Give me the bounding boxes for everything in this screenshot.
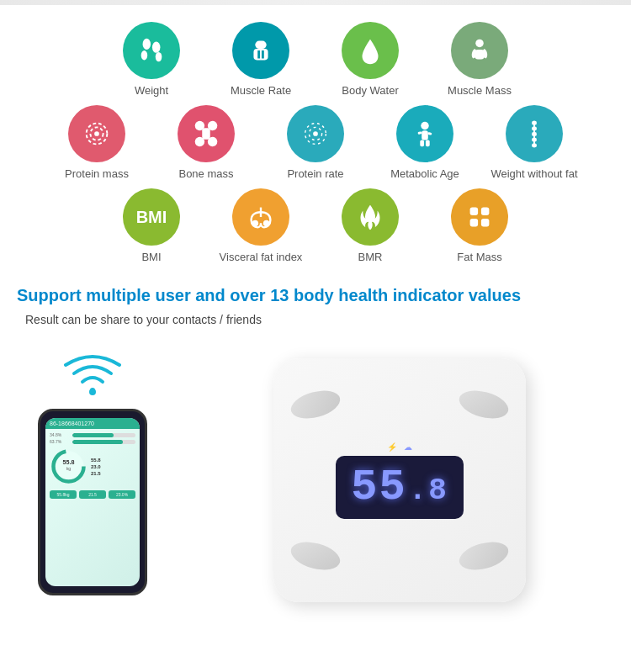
- protein-mass-icon: [81, 118, 113, 150]
- svg-text:55.8: 55.8: [63, 458, 75, 466]
- svg-point-20: [313, 131, 318, 136]
- bmr-icon-circle: [342, 188, 399, 246]
- bar-label-1: 34.8%: [50, 432, 71, 437]
- bone-mass-label: Bone mass: [178, 167, 233, 180]
- scale-foot-tr: [456, 386, 512, 424]
- svg-point-39: [89, 389, 96, 395]
- icon-row-2: Protein mass Bone mass: [17, 105, 614, 180]
- bar-row-2: 63.7%: [50, 439, 135, 444]
- svg-point-21: [421, 122, 429, 130]
- svg-rect-36: [481, 208, 490, 216]
- stat-val-2: 23.0: [91, 464, 101, 469]
- svg-point-34: [263, 220, 270, 227]
- phone-stat-1: 55.8: [91, 458, 101, 463]
- scale-decimal: .8: [409, 474, 448, 508]
- footprints-icon: [135, 34, 167, 66]
- phone-mockup: 86-18668401270 34.8% 63.7%: [38, 409, 147, 595]
- bmr-label: BMR: [358, 251, 383, 263]
- svg-rect-9: [475, 50, 484, 59]
- metabolic-age-icon-circle: [396, 105, 453, 162]
- fat-mass-label: Fat Mass: [457, 251, 501, 263]
- scale-body: ⚡ ☁ 55 .8: [273, 358, 526, 602]
- phone-number: 86-18668401270: [50, 421, 94, 426]
- water-drop-icon: [354, 34, 386, 66]
- phone-tab-2: 21.5: [79, 490, 106, 499]
- icon-item-body-water: Body Water: [320, 22, 421, 97]
- weight-without-fat-label: Weight without fat: [490, 167, 577, 180]
- svg-rect-35: [470, 208, 479, 216]
- icon-item-metabolic-age: Metabolic Age: [374, 105, 475, 180]
- arm-flex-icon: [464, 34, 496, 66]
- scale-foot-br: [456, 537, 512, 575]
- phone-tab-3: 23.0%: [109, 490, 135, 499]
- support-subtitle: Result can be share to your contacts / f…: [25, 313, 614, 326]
- svg-point-8: [475, 40, 484, 48]
- feature-icons-section: Weight Muscle Rate Body Water: [0, 5, 631, 263]
- phone-section: 86-18668401270 34.8% 63.7%: [8, 341, 177, 595]
- svg-point-1: [152, 42, 161, 53]
- bottom-section: 86-18668401270 34.8% 63.7%: [0, 333, 631, 611]
- spine-icon: [518, 118, 550, 150]
- bar-track-1: [72, 433, 135, 437]
- icon-item-weight-without-fat: Weight without fat: [484, 105, 585, 180]
- svg-rect-17: [202, 128, 210, 139]
- muscle-rate-label: Muscle Rate: [231, 84, 291, 97]
- person-stand-icon: [409, 118, 441, 150]
- svg-rect-24: [426, 140, 430, 147]
- phone-tab-1: 55.8kg: [50, 490, 77, 499]
- svg-rect-4: [255, 41, 266, 50]
- svg-rect-25: [417, 131, 422, 135]
- bone-mass-icon-circle: [178, 105, 235, 162]
- bar-fill-2: [72, 440, 123, 444]
- icon-item-bmr: BMR: [320, 188, 421, 263]
- protein-rate-icon: [300, 118, 331, 150]
- svg-rect-23: [420, 140, 424, 147]
- bone-icon: [190, 118, 222, 150]
- muscle-mass-icon-circle: [451, 22, 508, 79]
- phone-stat-3: 21.5: [91, 471, 101, 476]
- visceral-fat-label: Visceral fat index: [220, 251, 303, 263]
- svg-point-3: [156, 52, 162, 61]
- bmi-icon-circle: BMI: [123, 188, 180, 246]
- svg-rect-22: [422, 130, 428, 140]
- svg-rect-7: [262, 50, 264, 59]
- weight-without-fat-icon-circle: [506, 105, 563, 162]
- protein-rate-label: Protein rate: [287, 167, 343, 180]
- svg-rect-32: [533, 121, 535, 147]
- fat-mass-icon-circle: [451, 188, 508, 246]
- svg-point-12: [94, 131, 99, 136]
- bar-label-2: 63.7%: [50, 439, 71, 444]
- scale-status-icons: ⚡ ☁: [387, 442, 412, 452]
- body-water-label: Body Water: [342, 84, 398, 97]
- phone-donut-chart: 55.8 kg: [50, 447, 87, 485]
- support-section: Support multiple user and over 13 body h…: [0, 272, 631, 333]
- phone-body: 34.8% 63.7%: [50, 432, 135, 499]
- wifi-icon: [59, 350, 126, 400]
- protein-mass-label: Protein mass: [65, 167, 129, 180]
- icon-row-1: Weight Muscle Rate Body Water: [17, 22, 614, 97]
- stat-val-3: 21.5: [91, 471, 101, 476]
- icon-item-muscle-mass: Muscle Mass: [429, 22, 530, 97]
- svg-rect-26: [427, 132, 432, 135]
- icon-item-bone-mass: Bone mass: [156, 105, 257, 180]
- bar-track-2: [72, 440, 135, 444]
- muscle-rate-icon: [245, 34, 277, 66]
- icon-item-bmi: BMI BMI: [101, 188, 202, 263]
- svg-point-0: [143, 39, 151, 50]
- bmi-label: BMI: [141, 251, 161, 263]
- svg-rect-6: [257, 50, 260, 59]
- svg-text:kg: kg: [66, 466, 72, 471]
- scale-display-wrapper: ⚡ ☁ 55 .8: [336, 442, 464, 519]
- icon-item-muscle-rate: Muscle Rate: [210, 22, 311, 97]
- phone-bottom-tabs: 55.8kg 21.5 23.0%: [50, 490, 135, 499]
- protein-mass-icon-circle: [68, 105, 125, 162]
- weight-icon-circle: [123, 22, 180, 79]
- svg-point-2: [141, 50, 148, 60]
- scale-display: 55 .8: [336, 456, 464, 519]
- scale-signal-icon: ☁: [404, 442, 412, 452]
- svg-rect-37: [470, 219, 479, 227]
- bar-fill-1: [72, 433, 114, 437]
- icon-item-weight: Weight: [101, 22, 202, 97]
- phone-header: 86-18668401270: [45, 418, 140, 429]
- svg-rect-5: [253, 49, 268, 60]
